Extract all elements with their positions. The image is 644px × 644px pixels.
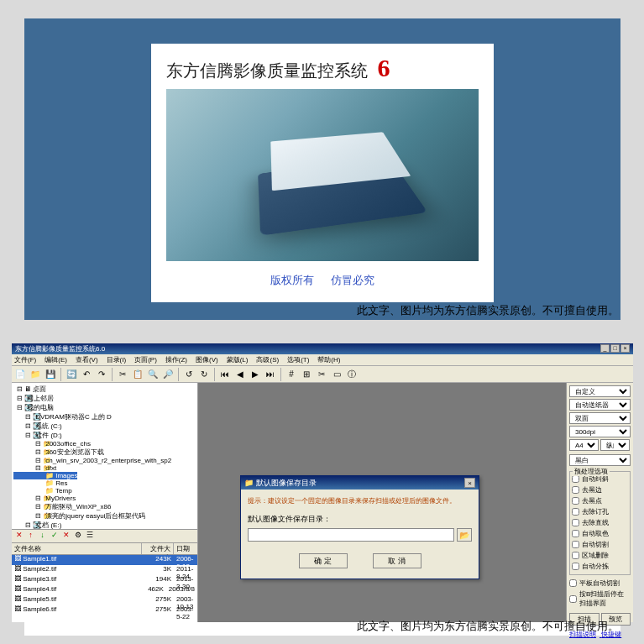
minimize-button[interactable]: _ <box>600 344 610 353</box>
menu-view[interactable]: 查看(V) <box>76 355 98 364</box>
menu-edit[interactable]: 编辑(E) <box>45 355 67 364</box>
preprocess-check[interactable]: 去除直线 <box>572 518 628 527</box>
dialog-ok-button[interactable]: 确 定 <box>299 553 348 568</box>
tree-node[interactable]: ⊟ 📁 360安全浏览器下载 <box>13 448 196 457</box>
duplex-select[interactable]: 双面 <box>569 412 631 424</box>
preprocess-check[interactable]: 自动取色 <box>572 529 628 538</box>
menu-mask[interactable]: 蒙版(L) <box>227 355 249 364</box>
tree-node[interactable]: 📁 Res <box>13 479 196 487</box>
ft-list-icon[interactable]: ☰ <box>84 531 95 542</box>
file-row[interactable]: 🖼 Sample5.tif275K2003-10-13 <box>12 595 197 605</box>
col-filesize[interactable]: 文件大小 <box>142 543 174 554</box>
tree-node[interactable]: 📁 Images <box>13 472 77 479</box>
ft-down-icon[interactable]: ↓ <box>37 531 48 542</box>
tb-select-icon[interactable]: ▭ <box>330 368 343 381</box>
tb-next-icon[interactable]: ▶ <box>249 368 262 381</box>
tb-copy-icon[interactable]: 📋 <box>131 368 144 381</box>
preprocess-check[interactable]: 自动分拣 <box>572 562 628 571</box>
dialog-browse-button[interactable]: 📂 <box>457 528 472 542</box>
col-date[interactable]: 日期 <box>174 543 197 554</box>
feeder-select[interactable]: 自动送纸器 <box>569 399 631 411</box>
menu-adv[interactable]: 高级(S) <box>256 355 279 364</box>
preprocess-check[interactable]: 区域删除 <box>572 551 628 560</box>
preset-select[interactable]: 自定义 <box>569 385 631 397</box>
tb-undo-icon[interactable]: ↶ <box>80 368 93 381</box>
menu-file[interactable]: 文件(F) <box>14 355 36 364</box>
ft-close-icon[interactable]: ✕ <box>60 531 71 542</box>
tree-node[interactable]: ⊟ 💽 网上邻居 <box>13 394 196 403</box>
ft-up-icon[interactable]: ↑ <box>25 531 36 542</box>
maximize-button[interactable]: □ <box>610 344 620 353</box>
tb-info-icon[interactable]: ⓘ <box>345 368 359 381</box>
file-row[interactable]: 🖼 Sample4.tif462K2003/8/8 <box>12 585 197 595</box>
tb-redo-icon[interactable]: ↷ <box>95 368 108 381</box>
tb-new-icon[interactable]: 📄 <box>13 368 27 381</box>
menu-page[interactable]: 页面(P) <box>134 355 157 364</box>
dpi-select[interactable]: 300dpi <box>569 426 631 437</box>
tb-zoom-in-icon[interactable]: 🔍 <box>146 368 160 381</box>
paper-select[interactable]: A4 <box>569 439 599 451</box>
color-select[interactable]: 黑白 <box>569 454 631 466</box>
tb-save-icon[interactable]: 💾 <box>44 368 57 381</box>
tree-node[interactable]: ⊟ 💽 我的电脑 <box>13 403 196 412</box>
preprocess-check[interactable]: 去黑边 <box>572 485 628 495</box>
tree-node[interactable]: ⊟ 📁 cn_win_srv_2003_r2_enterprise_with_s… <box>13 457 196 464</box>
ft-config-icon[interactable]: ⚙ <box>72 531 83 542</box>
flatbed-autocut-check[interactable]: 平板自动切割 <box>569 579 631 588</box>
dialog-title-text: 默认图像保存目录 <box>256 479 317 487</box>
close-button[interactable]: × <box>620 344 630 353</box>
file-row[interactable]: 🖼 Sample6.tif275K2003-5-22 <box>12 605 197 615</box>
tree-node[interactable]: ⊟ 📁 MyDrivers <box>13 495 196 502</box>
ft-check-icon[interactable]: ✓ <box>49 531 60 542</box>
tree-root[interactable]: ⊟ 🖥 桌面 <box>13 385 196 394</box>
app-panel: 东方信腾影像质量监控系统6.0 _ □ × 文件(F) 编辑(E) 查看(V) … <box>24 343 620 636</box>
preprocess-check[interactable]: 去除订孔 <box>572 507 628 516</box>
preprocess-check[interactable]: 去黑点 <box>572 496 628 505</box>
file-row[interactable]: 🖼 Sample3.tif194K2013-3-30 <box>12 575 197 585</box>
tree-node[interactable]: ⊟ 💽 DVDRAM驱动器C 上的 D <box>13 412 196 421</box>
tb-first-icon[interactable]: ⏮ <box>218 368 232 381</box>
tree-node[interactable]: ⊟ 📁 漂亮的jquery easyui后台框架代码 <box>13 511 196 521</box>
tree-node[interactable]: ⊟ 📁 2003office_chs <box>13 440 196 448</box>
dialog-hint: 提示：建议设定一个固定的图像目录来保存扫描或处理后的图像文件。 <box>248 496 472 505</box>
tree-node[interactable]: 📁 Temp <box>13 487 196 495</box>
folder-tree[interactable]: ⊟ 🖥 桌面 ⊟ 💽 网上邻居⊟ 💽 我的电脑⊟ 💽 DVDRAM驱动器C 上的… <box>12 383 197 530</box>
file-row[interactable]: 🖼 Sample1.tif243K2006-6-18 <box>12 555 197 565</box>
menu-image[interactable]: 图像(V) <box>196 355 218 364</box>
file-row[interactable]: 🖼 Sample2.tif3K2011-8-24 <box>12 565 197 575</box>
dialog-cancel-button[interactable]: 取 消 <box>373 553 421 568</box>
tb-open-icon[interactable]: 📁 <box>29 368 42 381</box>
menu-opt[interactable]: 选项(T) <box>287 355 309 364</box>
tb-rotate-right-icon[interactable]: ↻ <box>197 368 211 381</box>
tree-node[interactable]: ⊟ 💽 文档 (E:) <box>13 521 196 530</box>
tb-fit-icon[interactable]: ⊞ <box>300 368 313 381</box>
splash-panel: 东方信腾影像质量监控系统 6 版权所有 仿冒必究 此文字、图片均为东方信腾实景原… <box>24 18 620 320</box>
tb-rotate-left-icon[interactable]: ↺ <box>182 368 196 381</box>
splash-title: 东方信腾影像质量监控系统 6 <box>151 44 494 86</box>
splash-window: 东方信腾影像质量监控系统 6 版权所有 仿冒必究 <box>151 44 494 302</box>
tree-node[interactable]: ⊟ 📁 dfxt <box>13 464 196 472</box>
preprocess-check[interactable]: 自动切割 <box>572 540 628 549</box>
image-viewport: 📁 默认图像保存目录 × 提示：建议设定一个固定的图像目录来保存扫描或处理后的图… <box>198 383 566 622</box>
menu-dir[interactable]: 目录(I) <box>107 355 127 364</box>
tb-crop-icon[interactable]: ✂ <box>315 368 328 381</box>
tb-last-icon[interactable]: ⏭ <box>264 368 277 381</box>
tree-node[interactable]: ⊟ 💽 系统 (C:) <box>13 421 196 431</box>
file-list[interactable]: 🖼 Sample1.tif243K2006-6-18🖼 Sample2.tif3… <box>12 555 197 622</box>
watermark-text: 此文字、图片均为东方信腾实景原创。不可擅自使用。 <box>357 303 619 318</box>
tb-cut-icon[interactable]: ✂ <box>116 368 129 381</box>
menu-op[interactable]: 操作(Z) <box>165 355 187 364</box>
col-filename[interactable]: 文件名称 <box>12 543 142 554</box>
dialog-close-button[interactable]: × <box>464 478 475 488</box>
tb-zoom-out-icon[interactable]: 🔎 <box>161 368 175 381</box>
tb-refresh-icon[interactable]: 🔄 <box>65 368 78 381</box>
tree-node[interactable]: ⊟ 📁 万能驱动_WinXP_x86 <box>13 502 196 511</box>
tree-node[interactable]: ⊟ 💽 软件 (D:) <box>13 431 196 440</box>
tb-prev-icon[interactable]: ◀ <box>233 368 247 381</box>
menu-help[interactable]: 帮助(H) <box>317 355 340 364</box>
orient-select[interactable]: 纵向 <box>600 439 630 451</box>
ft-del-icon[interactable]: ✕ <box>13 531 24 542</box>
dialog-path-input[interactable] <box>248 528 454 542</box>
scan-stop-check[interactable]: 按B扫描后停在扫描界面 <box>569 589 631 608</box>
tb-grid-icon[interactable]: # <box>285 368 298 381</box>
